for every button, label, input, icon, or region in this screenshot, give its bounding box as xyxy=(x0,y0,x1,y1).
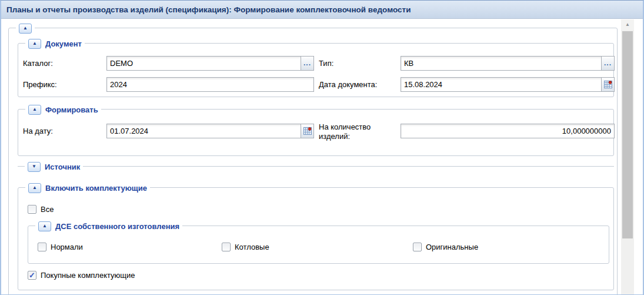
on-date-input[interactable] xyxy=(107,124,301,138)
checkbox-kotlovye-label: Котловые xyxy=(235,242,269,252)
catalog-field: ... xyxy=(106,56,314,71)
on-date-label: На дату: xyxy=(23,124,53,138)
group-source-label: Источник xyxy=(45,163,80,171)
collapse-outer-button[interactable]: ▲ xyxy=(19,24,32,34)
collapse-up-icon: ▲ xyxy=(23,26,28,31)
collapse-up-icon: ▲ xyxy=(42,224,47,228)
on-date-picker-button[interactable] xyxy=(301,124,313,138)
checkbox-normali-label: Нормали xyxy=(51,242,83,252)
type-field: ... xyxy=(401,56,615,71)
quantity-field xyxy=(401,124,615,138)
collapse-generate-button[interactable]: ▲ xyxy=(28,105,41,115)
scrollbar-thumb[interactable] xyxy=(622,31,633,238)
collapse-up-icon: ▲ xyxy=(32,185,37,190)
prefix-field xyxy=(106,77,314,92)
catalog-input[interactable] xyxy=(107,57,301,70)
checkbox-originalnye[interactable]: ✓ xyxy=(413,243,422,251)
page-title: Планы и отчеты производства изделий (спе… xyxy=(6,5,411,14)
doc-date-picker-button[interactable] xyxy=(601,78,614,91)
calendar-icon xyxy=(303,127,312,135)
group-source: ▼ Источник xyxy=(18,166,614,172)
dialog-window: Планы и отчеты производства изделий (спе… xyxy=(0,0,644,295)
doc-date-input[interactable] xyxy=(401,78,601,91)
checkbox-all-label: Все xyxy=(41,204,54,214)
checkbox-all[interactable]: ✓ xyxy=(28,205,36,214)
scroll-up-icon: ▲ xyxy=(625,22,630,27)
checkmark-icon: ✓ xyxy=(29,271,36,279)
collapse-up-icon: ▲ xyxy=(32,107,37,112)
checkbox-purchased-label: Покупные комплектующие xyxy=(41,270,135,280)
type-browse-button[interactable]: ... xyxy=(601,57,614,70)
group-generate: ▲ Формировать На дату: На количество изд… xyxy=(18,109,614,156)
collapse-down-icon: ▼ xyxy=(32,164,36,169)
collapse-dse-button[interactable]: ▲ xyxy=(38,221,51,231)
doc-date-field xyxy=(401,77,615,92)
collapse-source-button[interactable]: ▼ xyxy=(28,162,41,172)
type-label: Тип: xyxy=(319,56,333,71)
group-dse: ▲ ДСЕ собственного изготовления ✓ Нормал… xyxy=(28,226,609,264)
scroll-up-button[interactable]: ▲ xyxy=(621,19,634,30)
group-include: ▲ Включить комплектующие ✓ Все ▲ ДСЕ соб… xyxy=(18,187,614,290)
doc-date-label: Дата документа: xyxy=(319,77,377,92)
vertical-scrollbar[interactable]: ▲ xyxy=(621,19,634,294)
group-document-label: Документ xyxy=(45,39,82,48)
prefix-label: Префикс: xyxy=(23,77,57,92)
group-include-label: Включить комплектующие xyxy=(45,184,147,193)
on-date-field xyxy=(106,124,314,138)
title-bar: Планы и отчеты производства изделий (спе… xyxy=(1,1,643,19)
group-document: ▲ Документ Каталог: ... Тип: ... Префикс… xyxy=(18,43,614,97)
checkbox-originalnye-label: Оригинальные xyxy=(426,242,478,252)
quantity-label: На количество изделий: xyxy=(319,122,398,141)
prefix-input[interactable] xyxy=(107,78,313,91)
checkbox-purchased[interactable]: ✓ xyxy=(28,271,36,280)
quantity-input[interactable] xyxy=(401,124,614,138)
collapse-include-button[interactable]: ▲ xyxy=(28,183,41,193)
group-generate-label: Формировать xyxy=(45,105,98,114)
type-input[interactable] xyxy=(401,57,601,70)
collapse-document-button[interactable]: ▲ xyxy=(28,39,41,49)
checkbox-kotlovye[interactable]: ✓ xyxy=(222,243,231,251)
collapse-up-icon: ▲ xyxy=(32,41,37,46)
checkbox-normali[interactable]: ✓ xyxy=(38,243,46,251)
calendar-icon xyxy=(604,81,612,88)
catalog-label: Каталог: xyxy=(23,56,53,71)
catalog-browse-button[interactable]: ... xyxy=(301,57,313,70)
group-dse-label: ДСЕ собственного изготовления xyxy=(55,222,179,231)
